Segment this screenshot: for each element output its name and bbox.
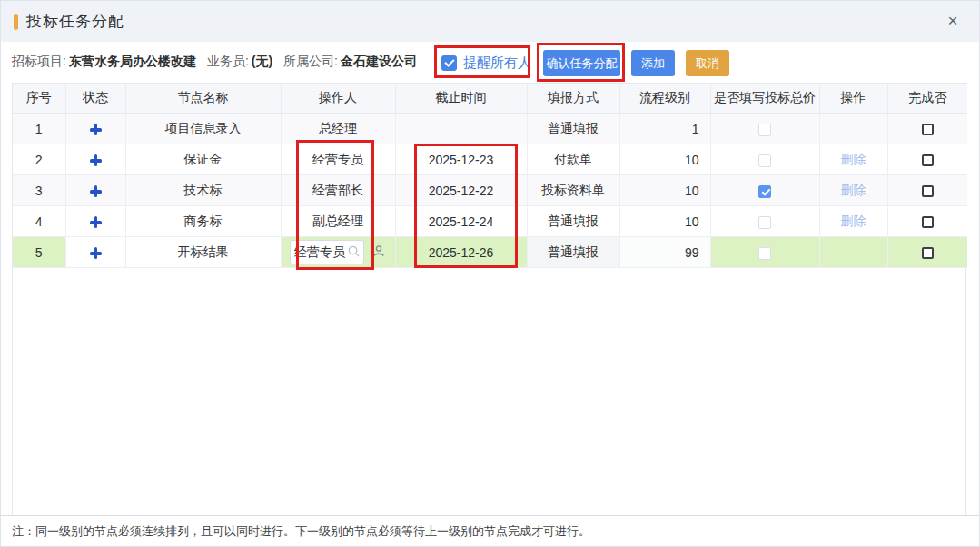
row-action-cell: [819, 237, 887, 268]
add-subnode-icon[interactable]: [90, 247, 102, 259]
fill-total-checkbox[interactable]: [758, 247, 771, 260]
operator-editor[interactable]: [290, 240, 364, 264]
row-done-cell: [887, 206, 967, 237]
table-row[interactable]: 3技术标经营部长2025-12-22投标资料单10删除: [13, 175, 967, 206]
column-header-8: 操作: [819, 84, 887, 114]
table-row[interactable]: 4商务标副总经理2025-12-24普通填报10删除: [13, 206, 967, 237]
row-deadline-cell[interactable]: 2025-12-26: [395, 237, 527, 268]
row-done-cell: [887, 114, 967, 144]
column-header-5: 填报方式: [527, 84, 619, 114]
row-deadline-cell[interactable]: 2025-12-23: [395, 144, 527, 175]
column-header-2: 节点名称: [125, 84, 281, 114]
row-seq-cell: 1: [13, 114, 65, 144]
close-icon[interactable]: ×: [943, 11, 963, 31]
delete-link[interactable]: 删除: [841, 214, 866, 228]
select-user-icon[interactable]: [371, 244, 386, 261]
column-header-0: 序号: [13, 84, 65, 114]
confirm-assignment-button[interactable]: 确认任务分配: [543, 50, 620, 76]
row-fill-total-cell: [710, 144, 819, 175]
remind-all-label: 提醒所有人: [463, 55, 531, 72]
company-value: 金石建设公司: [341, 54, 417, 68]
operator-input[interactable]: [294, 245, 347, 260]
project-label: 招标项目:: [12, 54, 66, 68]
row-action-cell: [819, 114, 887, 144]
done-checkbox[interactable]: [922, 247, 934, 259]
row-operator-cell[interactable]: 经营专员: [281, 144, 395, 175]
task-table-region: 序号状态节点名称操作人截止时间填报方式流程级别是否填写投标总价操作完成否 1项目…: [12, 83, 966, 517]
done-checkbox[interactable]: [922, 216, 934, 228]
remind-all-toggle[interactable]: 提醒所有人: [441, 55, 531, 72]
add-button[interactable]: 添加: [631, 50, 675, 76]
row-operator-cell[interactable]: 经营部长: [281, 175, 395, 206]
salesman-value: (无): [252, 54, 272, 68]
row-action-cell: 删除: [819, 144, 887, 175]
task-table: 序号状态节点名称操作人截止时间填报方式流程级别是否填写投标总价操作完成否 1项目…: [13, 83, 967, 268]
footer-note: 注：同一级别的节点必须连续排列，且可以同时进行。下一级别的节点必须等待上一级别的…: [12, 523, 590, 540]
row-level-cell[interactable]: 99: [619, 237, 710, 268]
add-subnode-icon[interactable]: [90, 216, 102, 228]
company-label: 所属公司:: [283, 54, 338, 68]
delete-link[interactable]: 删除: [841, 183, 866, 197]
dialog-title: 投标任务分配: [26, 11, 124, 32]
remind-all-checkbox[interactable]: [441, 55, 457, 71]
fill-total-checkbox[interactable]: [758, 216, 771, 229]
row-operator-cell[interactable]: [281, 237, 395, 268]
done-checkbox[interactable]: [922, 154, 934, 166]
row-seq-cell: 5: [13, 237, 65, 268]
row-operator-cell[interactable]: 副总经理: [281, 206, 395, 237]
row-method-cell[interactable]: 普通填报: [527, 237, 619, 268]
row-action-cell: 删除: [819, 206, 887, 237]
fill-total-checkbox[interactable]: [758, 154, 771, 167]
row-done-cell: [887, 144, 967, 175]
table-row[interactable]: 1项目信息录入总经理普通填报1: [13, 114, 967, 144]
table-header-row: 序号状态节点名称操作人截止时间填报方式流程级别是否填写投标总价操作完成否: [13, 84, 967, 114]
row-node-name-cell[interactable]: 技术标: [125, 175, 281, 206]
row-action-cell: 删除: [819, 175, 887, 206]
row-level-cell[interactable]: 1: [619, 114, 710, 144]
row-deadline-cell[interactable]: 2025-12-24: [395, 206, 527, 237]
row-fill-total-cell: [710, 175, 819, 206]
row-node-name-cell[interactable]: 商务标: [125, 206, 281, 237]
column-header-3: 操作人: [281, 84, 395, 114]
title-accent-bar-icon: [14, 14, 18, 30]
add-subnode-icon[interactable]: [90, 124, 102, 135]
row-method-cell[interactable]: 付款单: [527, 144, 619, 175]
row-done-cell: [887, 175, 967, 206]
row-node-name-cell[interactable]: 保证金: [125, 144, 281, 175]
row-seq-cell: 4: [13, 206, 65, 237]
column-header-4: 截止时间: [395, 84, 527, 114]
fill-total-checkbox[interactable]: [758, 185, 771, 198]
row-method-cell[interactable]: 普通填报: [527, 114, 619, 144]
row-method-cell[interactable]: 投标资料单: [527, 175, 619, 206]
row-node-name-cell[interactable]: 开标结果: [125, 237, 281, 268]
row-deadline-cell[interactable]: 2025-12-22: [395, 175, 527, 206]
row-operator-cell[interactable]: 总经理: [281, 114, 395, 144]
row-level-cell[interactable]: 10: [619, 175, 710, 206]
row-level-cell[interactable]: 10: [619, 206, 710, 237]
delete-link[interactable]: 删除: [841, 152, 866, 166]
project-value: 东营水务局办公楼改建: [69, 54, 196, 68]
add-subnode-icon[interactable]: [90, 154, 102, 166]
row-status-cell: [65, 144, 125, 175]
row-status-cell: [65, 237, 125, 268]
table-row[interactable]: 2保证金经营专员2025-12-23付款单10删除: [13, 144, 967, 175]
row-status-cell: [65, 114, 125, 144]
column-header-6: 流程级别: [619, 84, 710, 114]
row-fill-total-cell: [710, 237, 819, 268]
fill-total-checkbox[interactable]: [758, 124, 771, 136]
row-node-name-cell[interactable]: 项目信息录入: [125, 114, 281, 144]
column-header-9: 完成否: [887, 84, 967, 114]
done-checkbox[interactable]: [922, 185, 934, 197]
done-checkbox[interactable]: [922, 124, 934, 135]
row-level-cell[interactable]: 10: [619, 144, 710, 175]
add-subnode-icon[interactable]: [90, 185, 102, 197]
table-row[interactable]: 5开标结果2025-12-26普通填报99: [13, 237, 967, 268]
cancel-button[interactable]: 取消: [686, 50, 729, 76]
row-status-cell: [65, 206, 125, 237]
row-fill-total-cell: [710, 206, 819, 237]
row-deadline-cell[interactable]: [395, 114, 527, 144]
search-icon[interactable]: [347, 244, 361, 261]
task-assignment-dialog: 投标任务分配 × 招标项目:东营水务局办公楼改建业务员:(无)所属公司:金石建设…: [0, 0, 980, 547]
row-method-cell[interactable]: 普通填报: [527, 206, 619, 237]
row-status-cell: [65, 175, 125, 206]
